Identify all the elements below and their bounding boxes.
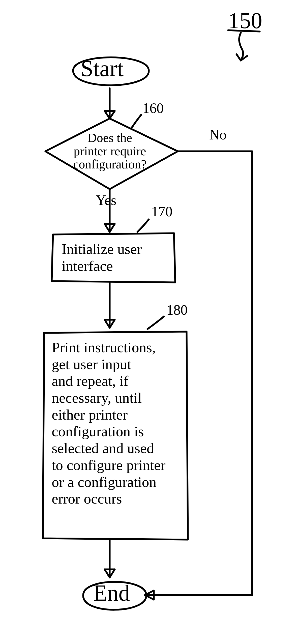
- figure-ref-arrow-shaft: [239, 33, 243, 61]
- ref-160-leader: [131, 115, 141, 129]
- ref-160-label: 160: [142, 101, 164, 116]
- start-label: Start: [81, 57, 124, 81]
- ref-180-label: 180: [166, 303, 188, 317]
- decision-yes-label: Yes: [96, 193, 116, 208]
- end-label: End: [93, 581, 130, 605]
- ref-180-leader: [148, 316, 164, 329]
- ref-170-label: 170: [151, 204, 172, 219]
- figure-ref-label: 150: [228, 9, 262, 33]
- decision-no-label: No: [209, 127, 226, 142]
- flowchart-svg: [0, 0, 295, 644]
- init-text: Initialize user interface: [62, 241, 142, 274]
- flowchart-canvas: 150 Start 160 Does the printer require c…: [0, 0, 295, 644]
- print-text: Print instructions, get user input and r…: [52, 339, 165, 507]
- ref-170-leader: [137, 219, 149, 232]
- decision-text: Does the printer require configuration?: [73, 131, 147, 171]
